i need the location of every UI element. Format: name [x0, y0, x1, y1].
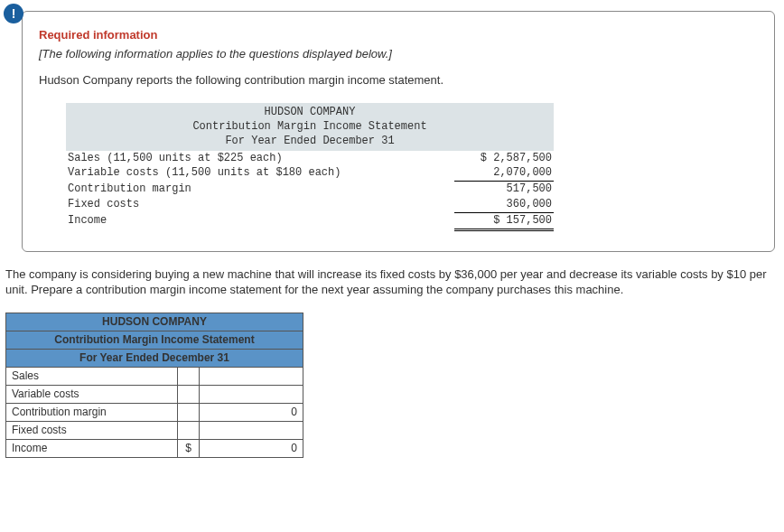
amount-cell: 0	[200, 403, 303, 421]
answer-header-company: HUDSON COMPANY	[6, 313, 303, 331]
answer-header-period: For Year Ended December 31	[6, 349, 303, 367]
amount-cell[interactable]	[200, 421, 303, 439]
row-label[interactable]: Sales	[6, 367, 178, 385]
currency-cell[interactable]	[178, 421, 200, 439]
stmt-row-fixed: Fixed costs 360,000	[66, 197, 554, 213]
stmt-value: 517,500	[454, 182, 554, 197]
stmt-label: Fixed costs	[66, 197, 454, 213]
required-info-panel: Required information [The following info…	[22, 11, 775, 252]
intro-text: Hudson Company reports the following con…	[39, 73, 758, 87]
amount-cell: 0	[200, 439, 303, 457]
table-row: Fixed costs	[6, 421, 303, 439]
stmt-label: Sales (11,500 units at $225 each)	[66, 151, 454, 166]
stmt-value: $ 2,587,500	[454, 151, 554, 166]
stmt-value: 2,070,000	[454, 165, 554, 182]
answer-header-title: Contribution Margin Income Statement	[6, 331, 303, 349]
currency-cell[interactable]	[178, 385, 200, 403]
currency-cell: $	[178, 439, 200, 457]
stmt-row-contrib: Contribution margin 517,500	[66, 182, 554, 197]
row-label: Contribution margin	[6, 403, 178, 421]
stmt-period: For Year Ended December 31	[66, 134, 554, 148]
required-title: Required information	[39, 28, 758, 42]
question-text: The company is considering buying a new …	[5, 266, 775, 298]
amount-cell[interactable]	[200, 367, 303, 385]
table-row: Contribution margin 0	[6, 403, 303, 421]
stmt-title: Contribution Margin Income Statement	[66, 119, 554, 134]
currency-cell[interactable]	[178, 367, 200, 385]
stmt-row-income: Income $ 157,500	[66, 213, 554, 231]
stmt-label: Variable costs (11,500 units at $180 eac…	[66, 165, 454, 182]
answer-table: HUDSON COMPANY Contribution Margin Incom…	[5, 313, 303, 458]
stmt-company: HUDSON COMPANY	[66, 105, 554, 119]
row-label[interactable]: Variable costs	[6, 385, 178, 403]
table-row: Variable costs	[6, 385, 303, 403]
info-note: [The following information applies to th…	[39, 47, 758, 61]
table-row: Sales	[6, 367, 303, 385]
row-label[interactable]: Fixed costs	[6, 421, 178, 439]
row-label: Income	[6, 439, 178, 457]
income-statement-display: HUDSON COMPANY Contribution Margin Incom…	[66, 103, 554, 231]
amount-cell[interactable]	[200, 385, 303, 403]
stmt-value: $ 157,500	[454, 213, 554, 231]
alert-icon: !	[4, 4, 23, 23]
stmt-row-sales: Sales (11,500 units at $225 each) $ 2,58…	[66, 151, 554, 166]
stmt-label: Contribution margin	[66, 182, 454, 197]
currency-cell	[178, 403, 200, 421]
stmt-label: Income	[66, 213, 454, 231]
stmt-row-varcosts: Variable costs (11,500 units at $180 eac…	[66, 165, 554, 182]
stmt-value: 360,000	[454, 197, 554, 213]
table-row: Income $ 0	[6, 439, 303, 457]
